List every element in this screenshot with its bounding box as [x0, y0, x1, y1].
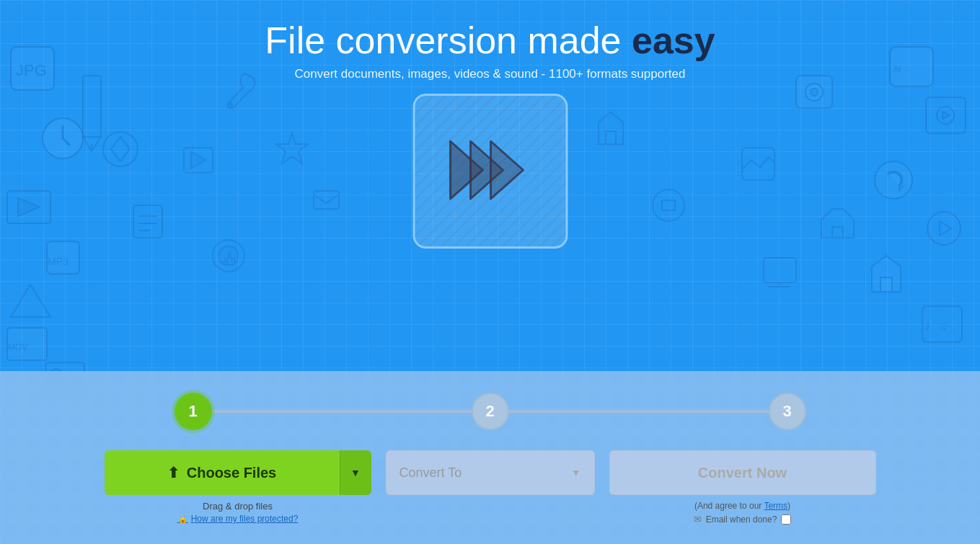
- convert-now-label: Convert Now: [698, 465, 787, 481]
- terms-prefix: (And agree to our: [694, 501, 764, 511]
- choose-files-label: Choose Files: [187, 465, 276, 481]
- choose-files-dropdown-button[interactable]: ▼: [340, 450, 371, 495]
- convert-to-label: Convert To: [399, 465, 462, 481]
- email-checkbox[interactable]: [781, 514, 791, 525]
- svg-marker-52: [491, 141, 524, 199]
- convert-to-column: Convert To ▼: [386, 450, 595, 495]
- step-2-circle: 2: [472, 393, 509, 430]
- step-1-circle: 1: [175, 393, 212, 430]
- convert-to-dropdown[interactable]: Convert To ▼: [386, 450, 595, 495]
- actions-row: ⬆ Choose Files ▼ Drag & drop files 🔒 How…: [58, 450, 922, 525]
- terms-suffix: ): [787, 501, 790, 511]
- center-logo: [412, 94, 568, 249]
- choose-files-wrapper: ⬆ Choose Files ▼: [105, 450, 371, 495]
- title-bold: easy: [632, 19, 715, 61]
- convert-to-wrapper: Convert To ▼: [386, 450, 595, 495]
- logo-box: [412, 94, 568, 249]
- conversion-panel: 1 2 3 ⬆ Choose Files ▼ Drag & drop files: [0, 371, 980, 544]
- choose-files-column: ⬆ Choose Files ▼ Drag & drop files 🔒 How…: [105, 450, 371, 524]
- email-label: Email when done?: [706, 514, 777, 525]
- page-title: File conversion made easy: [0, 20, 980, 61]
- convert-to-arrow: ▼: [571, 467, 581, 478]
- upload-icon: ⬆: [167, 464, 180, 481]
- choose-files-button[interactable]: ⬆ Choose Files: [105, 450, 340, 495]
- lock-icon: 🔒: [177, 514, 188, 524]
- convert-now-column: Convert Now (And agree to our Terms) ✉ E…: [609, 450, 876, 525]
- step-connector-2: [509, 410, 769, 413]
- step-3-circle: 3: [769, 393, 806, 430]
- choose-files-arrow: ▼: [350, 467, 361, 478]
- terms-row: (And agree to our Terms): [694, 501, 790, 511]
- email-when-done-row: ✉ Email when done?: [694, 514, 792, 525]
- hero-subtitle: Convert documents, images, videos & soun…: [0, 67, 980, 81]
- hero-section: File conversion made easy Convert docume…: [0, 0, 980, 81]
- drag-drop-label: Drag & drop files: [203, 501, 273, 512]
- title-normal: File conversion made: [265, 19, 632, 61]
- step-connector-1: [212, 410, 472, 413]
- protection-link-text: How are my files protected?: [191, 514, 299, 524]
- convert-now-wrapper: Convert Now: [609, 450, 876, 495]
- play-arrows-icon: [443, 130, 537, 213]
- email-icon: ✉: [694, 514, 702, 525]
- file-protection-link[interactable]: 🔒 How are my files protected?: [177, 514, 299, 524]
- steps-indicator: 1 2 3: [58, 393, 922, 430]
- terms-link[interactable]: Terms: [764, 501, 787, 511]
- convert-now-button[interactable]: Convert Now: [609, 450, 876, 495]
